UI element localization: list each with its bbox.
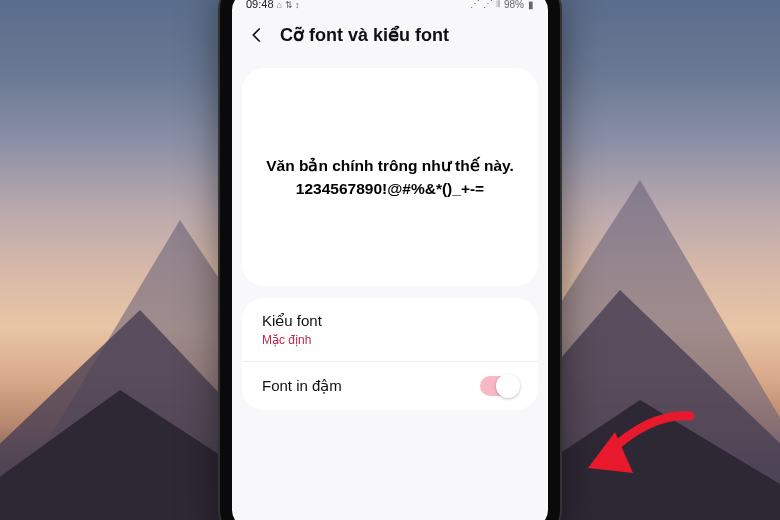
title-bar: Cỡ font và kiểu font (232, 12, 548, 60)
font-style-item[interactable]: Kiểu font Mặc định (242, 298, 538, 361)
back-icon[interactable] (248, 26, 266, 44)
preview-text-line2: 1234567890!@#%&*()_+-= (296, 177, 484, 200)
bold-font-label: Font in đậm (262, 377, 342, 395)
settings-card: Kiểu font Mặc định Font in đậm (242, 298, 538, 410)
status-bar: 09:48 ⌂ ⇅ ↕ ⋰ ⋰ ⫴ 98% ▮ (232, 0, 548, 12)
battery-pct: 98% (504, 0, 524, 10)
bold-font-item: Font in đậm (242, 361, 538, 410)
font-style-value: Mặc định (262, 333, 322, 347)
status-icons: ⌂ ⇅ ↕ (277, 0, 300, 10)
phone-frame: 09:48 ⌂ ⇅ ↕ ⋰ ⋰ ⫴ 98% ▮ Cỡ font và kiểu … (220, 0, 560, 520)
battery-icon: ▮ (528, 0, 534, 10)
bold-font-toggle[interactable] (480, 376, 518, 396)
font-style-label: Kiểu font (262, 312, 322, 330)
font-preview-card: Văn bản chính trông như thế này. 1234567… (242, 68, 538, 286)
preview-text-line1: Văn bản chính trông như thế này. (266, 154, 514, 177)
signal-icon: ⋰ ⋰ ⫴ (470, 0, 500, 10)
page-title: Cỡ font và kiểu font (280, 24, 449, 46)
status-time: 09:48 (246, 0, 274, 10)
